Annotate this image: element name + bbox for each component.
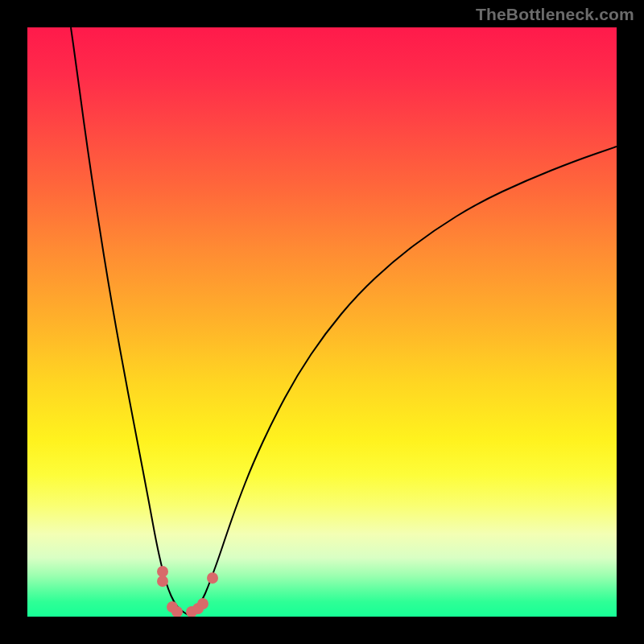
marker-0 xyxy=(157,566,168,577)
curve-right-curve xyxy=(188,147,617,615)
curve-left-curve xyxy=(71,27,188,615)
marker-6 xyxy=(197,598,208,609)
chart-frame: TheBottleneck.com xyxy=(0,0,644,644)
marker-7 xyxy=(207,572,218,584)
marker-1 xyxy=(157,576,168,587)
plot-area xyxy=(27,27,617,617)
curve-layer xyxy=(27,27,617,617)
watermark-text: TheBottleneck.com xyxy=(476,5,634,24)
